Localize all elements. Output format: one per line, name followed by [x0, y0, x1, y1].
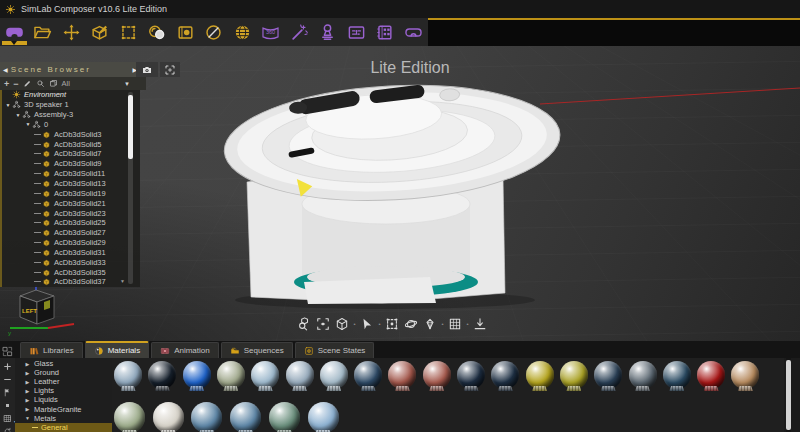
material-swatch[interactable] [114, 402, 145, 432]
material-swatch[interactable] [560, 361, 588, 391]
material-swatch[interactable] [183, 361, 211, 391]
tree-item[interactable]: AcDb3dSolid13 [2, 179, 140, 189]
material-swatch[interactable] [191, 402, 222, 432]
material-swatch[interactable] [423, 361, 451, 391]
tab-libraries[interactable]: Libraries [20, 342, 83, 358]
category-metals[interactable]: ▼Metals [15, 414, 112, 423]
filter-dropdown-icon[interactable]: ▼ [124, 81, 142, 87]
expander-icon[interactable]: ▶ [24, 370, 31, 376]
remove-button[interactable] [3, 375, 12, 384]
category-liquids[interactable]: ▶Liquids [15, 395, 112, 404]
scene-browser-header[interactable]: ◀ Scene Browser ▶ [0, 62, 140, 77]
nav-cube[interactable]: LEFT y [8, 285, 74, 336]
expander-icon[interactable]: ▶ [24, 361, 31, 367]
tree-item[interactable]: ▼0 [2, 120, 140, 130]
swatch-size-button[interactable] [3, 401, 12, 410]
category-general[interactable]: General [15, 423, 112, 432]
tree-item[interactable]: AcDb3dSolid19 [2, 188, 140, 198]
category-ground[interactable]: ▶Ground [15, 368, 112, 377]
expander-icon[interactable]: ▼ [14, 112, 22, 118]
isolate-icon[interactable] [49, 79, 58, 88]
tree-item[interactable]: AcDb3dSolid23 [2, 208, 140, 218]
tree-item[interactable]: AcDb3dSolid5 [2, 139, 140, 149]
refresh-button[interactable] [3, 427, 12, 432]
material-swatch[interactable] [526, 361, 554, 391]
material-swatch[interactable] [114, 361, 142, 391]
rename-icon[interactable] [23, 79, 32, 88]
capture-frame-button[interactable] [160, 62, 180, 77]
tree-item[interactable]: AcDb3dSolid35 [2, 267, 140, 277]
tree-item[interactable]: AcDb3dSolid9 [2, 159, 140, 169]
toolbar-move-button[interactable] [57, 18, 86, 46]
tab-materials[interactable]: Materials [85, 341, 149, 358]
snapshot-button[interactable] [136, 62, 158, 77]
remove-node-button[interactable]: − [13, 79, 18, 89]
material-swatch[interactable] [269, 402, 300, 432]
perspective-gem-button[interactable] [421, 315, 439, 333]
toolbar-open-scene-button[interactable] [29, 18, 58, 46]
material-swatch[interactable] [388, 361, 416, 391]
expander-icon[interactable]: ▶ [24, 397, 31, 403]
grid-toggle-button[interactable] [446, 315, 464, 333]
materials-scrollbar-thumb[interactable] [786, 360, 791, 430]
toolbar-no-render-button[interactable] [200, 18, 229, 46]
category-lights[interactable]: ▶Lights [15, 386, 112, 395]
material-swatch[interactable] [308, 402, 339, 432]
tab-animation[interactable]: Animation [151, 342, 219, 358]
material-swatch[interactable] [320, 361, 348, 391]
panel-layout-icon[interactable] [2, 344, 15, 358]
add-node-button[interactable]: + [4, 79, 9, 89]
material-swatch[interactable] [251, 361, 279, 391]
toolbar-select-area-button[interactable] [114, 18, 143, 46]
tree-item[interactable]: ▼Assembly-3 [2, 110, 140, 120]
tree-item[interactable]: ▼3D speaker 1 [2, 100, 140, 110]
tree-item[interactable]: AcDb3dSolid29 [2, 238, 140, 248]
category-marblegranite[interactable]: ▶MarbleGranite [15, 404, 112, 413]
select-cursor-button[interactable] [358, 315, 376, 333]
drop-to-ground-button[interactable] [471, 315, 489, 333]
toolbar-vr-viewer-button[interactable] [399, 18, 428, 46]
zoom-extents-button[interactable] [295, 315, 313, 333]
tree-item[interactable]: AcDb3dSolid27 [2, 228, 140, 238]
tree-item[interactable]: AcDb3dSolid25 [2, 218, 140, 228]
grid-view-button[interactable]: ▾ [3, 414, 12, 423]
tree-item[interactable]: AcDb3dSolid7 [2, 149, 140, 159]
expander-icon[interactable]: ▶ [24, 388, 31, 394]
material-swatch[interactable] [230, 402, 261, 432]
tree-item[interactable]: AcDb3dSolid31 [2, 248, 140, 258]
expander-icon[interactable]: ▼ [24, 415, 31, 421]
material-swatch[interactable] [457, 361, 485, 391]
toolbar-wizard-button[interactable] [285, 18, 314, 46]
toolbar-lighting-button[interactable] [314, 18, 343, 46]
expander-icon[interactable]: ▶ [24, 379, 31, 385]
search-icon[interactable] [36, 79, 45, 88]
orbit-button[interactable] [402, 315, 420, 333]
tab-scene-states[interactable]: Scene States [295, 342, 375, 358]
tree-item[interactable]: AcDb3dSolid11 [2, 169, 140, 179]
material-swatch[interactable] [594, 361, 622, 391]
category-glass[interactable]: ▶Glass [15, 359, 112, 368]
toolbar-node-editor-button[interactable] [342, 18, 371, 46]
iso-view-button[interactable] [333, 315, 351, 333]
material-swatch[interactable] [286, 361, 314, 391]
toolbar-storyboard-button[interactable] [371, 18, 400, 46]
tree-scrollbar-thumb[interactable] [128, 95, 133, 159]
tab-sequences[interactable]: Sequences [221, 342, 293, 358]
fit-selection-button[interactable] [314, 315, 332, 333]
tree-item[interactable]: AcDb3dSolid33 [2, 257, 140, 267]
material-swatch[interactable] [153, 402, 184, 432]
toolbar-texture-image-button[interactable] [171, 18, 200, 46]
tree-scroll-down-icon[interactable]: ▼ [120, 278, 125, 284]
tree-item[interactable]: AcDb3dSolid21 [2, 198, 140, 208]
expander-icon[interactable]: ▼ [4, 102, 12, 108]
material-swatch[interactable] [491, 361, 519, 391]
material-swatch[interactable] [731, 361, 759, 391]
expander-icon[interactable]: ▶ [24, 406, 31, 412]
material-swatch[interactable] [217, 361, 245, 391]
toolbar-geo-location-button[interactable] [228, 18, 257, 46]
expander-icon[interactable]: ▼ [24, 121, 32, 127]
category-leather[interactable]: ▶Leather [15, 377, 112, 386]
assign-flag-button[interactable] [3, 388, 12, 397]
tree-item[interactable]: Environment [2, 90, 140, 100]
tree-item[interactable]: AcDb3dSolid3 [2, 129, 140, 139]
